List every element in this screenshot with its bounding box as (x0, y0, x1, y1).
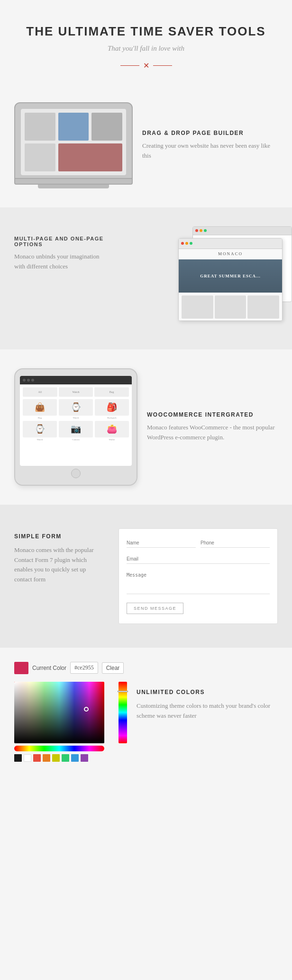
form-message-field[interactable] (127, 570, 270, 594)
multipage-text: MULTI-PAGE AND ONE-PAGE OPTIONS Monaco u… (14, 226, 109, 272)
simple-form-section: SIMPLE FORM Monaco comes with the popula… (0, 505, 292, 648)
colors-description: Customizing theme colors to match your b… (137, 701, 278, 721)
browser-hero-text: GREAT SUMMER ESCA... (200, 274, 260, 278)
preset-green[interactable] (62, 754, 69, 762)
product-name-2: Watch (59, 417, 93, 419)
color-section-bottom: UNLIMITED COLORS Customizing theme color… (14, 682, 278, 762)
form-name-field[interactable] (127, 538, 196, 548)
preset-blue[interactable] (71, 754, 79, 762)
color-swatch-preview (14, 662, 28, 674)
product-item-5: 📷 Camera (59, 421, 93, 441)
preset-black[interactable] (14, 754, 22, 762)
spectrum-black-overlay (14, 682, 104, 743)
color-strip[interactable] (119, 682, 127, 743)
color-clear-button[interactable]: Clear (102, 662, 124, 674)
woocommerce-section: All Watch Bag 👜 Bag ⌚ (0, 349, 292, 505)
ipad-dot-2 (27, 379, 30, 382)
laptop-base (14, 179, 133, 185)
woocommerce-text: WOOCOMMERCE INTERGRATED Monaco features … (147, 411, 278, 443)
browser-bar-front (179, 239, 282, 249)
color-spectrum[interactable] (14, 682, 104, 743)
preset-orange[interactable] (43, 754, 50, 762)
ipad-content: All Watch Bag 👜 Bag ⌚ (20, 384, 132, 444)
dot-green (204, 229, 207, 232)
product-image-2: ⌚ (59, 399, 93, 416)
product-name-5: Camera (59, 438, 93, 441)
product-image-6: 👛 (95, 421, 129, 437)
form-name-phone-row (127, 538, 270, 548)
product-image-5: 📷 (59, 421, 93, 437)
hero-section: THE ULTIMATE TIME SAVER TOOLS That you'l… (0, 0, 292, 93)
current-color-label: Current Color (32, 665, 66, 671)
browser-bar-back (193, 227, 292, 235)
hero-title: THE ULTIMATE TIME SAVER TOOLS (9, 24, 283, 40)
drag-drop-heading: DRAG & DROP PAGE BUILDER (142, 130, 278, 136)
woocommerce-heading: WOOCOMMERCE INTERGRATED (147, 411, 278, 418)
browser-body (179, 293, 282, 321)
ipad-home-button (71, 469, 81, 478)
colors-section: Current Color #ce2955 Clear (0, 648, 292, 781)
browser-cell-3 (247, 295, 279, 319)
laptop-mockup (14, 102, 133, 188)
dot-green-2 (190, 242, 192, 245)
product-item-2: ⌚ Watch (59, 399, 93, 419)
product-image-1: 👜 (23, 399, 57, 416)
preset-red[interactable] (33, 754, 41, 762)
dot-red (195, 229, 198, 232)
browser-content: MONACO GREAT SUMMER ESCA... (179, 249, 282, 321)
dot-yellow (200, 229, 202, 232)
form-description: Monaco comes with the popular Contact Fo… (14, 545, 104, 585)
laptop-block-3 (91, 113, 122, 141)
ipad-dot-3 (31, 379, 34, 382)
laptop-outer (14, 102, 133, 179)
arrow-line-left (120, 65, 139, 66)
filter-item-2: Watch (59, 387, 93, 397)
product-item-4: ⌚ Watch (23, 421, 57, 441)
ipad-top-bar (20, 376, 132, 384)
browser-cell-2 (215, 295, 246, 319)
spectrum-cursor (84, 707, 89, 712)
color-bar: Current Color #ce2955 Clear (14, 662, 278, 674)
product-name-4: Watch (23, 438, 57, 441)
ipad-dot-1 (23, 379, 26, 382)
laptop-stand (38, 185, 109, 188)
color-picker-area (14, 682, 109, 762)
woocommerce-description: Monaco features WooCommerce - the most p… (147, 423, 278, 443)
browser-nav: MONACO (179, 249, 282, 259)
color-info-text: UNLIMITED COLORS Customizing theme color… (137, 682, 278, 762)
laptop-block-2 (58, 113, 89, 141)
browser-logo: MONACO (218, 251, 243, 256)
color-presets (14, 754, 109, 762)
drag-drop-text: DRAG & DROP PAGE BUILDER Creating your o… (142, 130, 278, 161)
preset-white[interactable] (24, 754, 31, 762)
product-name-3: Backpack (95, 417, 129, 419)
filter-item-1: All (23, 387, 57, 397)
product-item-6: 👛 Wallet (95, 421, 129, 441)
colors-heading: UNLIMITED COLORS (137, 689, 278, 695)
preset-yellow[interactable] (52, 754, 60, 762)
multipage-description: Monaco unbinds your imagination with dif… (14, 252, 109, 272)
color-strip-area (119, 682, 127, 762)
browser-cell-1 (182, 295, 213, 319)
form-mockup: SEND MESSAGE (119, 528, 278, 624)
form-submit-button[interactable]: SEND MESSAGE (127, 603, 183, 614)
product-name-6: Wallet (95, 438, 129, 441)
preset-purple[interactable] (81, 754, 88, 762)
multipage-section: MULTI-PAGE AND ONE-PAGE OPTIONS Monaco u… (0, 207, 292, 349)
form-phone-field[interactable] (201, 538, 270, 548)
product-image-4: ⌚ (23, 421, 57, 437)
dot-yellow-2 (185, 242, 188, 245)
browser-hero-image: GREAT SUMMER ESCA... (179, 259, 282, 293)
ipad-filter-row: All Watch Bag (23, 387, 129, 397)
arrow-decoration: ✕ (9, 61, 283, 70)
browser-front: MONACO GREAT SUMMER ESCA... (178, 238, 283, 321)
color-hex-value[interactable]: #ce2955 (70, 662, 98, 674)
form-email-field[interactable] (127, 554, 270, 564)
dot-red-2 (181, 242, 184, 245)
hue-slider[interactable] (14, 746, 104, 751)
drag-drop-section: DRAG & DROP PAGE BUILDER Creating your o… (0, 93, 292, 207)
multipage-heading: MULTI-PAGE AND ONE-PAGE OPTIONS (14, 236, 109, 247)
laptop-block-1 (25, 113, 55, 141)
product-item-3: 🎒 Backpack (95, 399, 129, 419)
ipad-screen: All Watch Bag 👜 Bag ⌚ (20, 376, 132, 466)
